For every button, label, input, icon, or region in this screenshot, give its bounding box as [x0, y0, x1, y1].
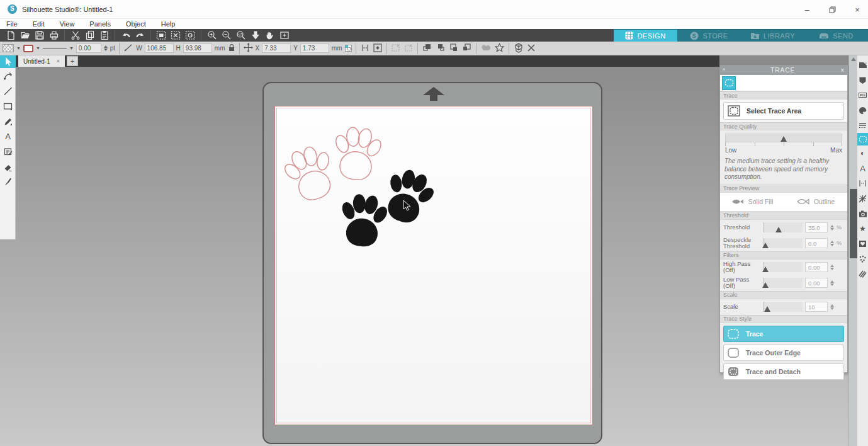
despeckle-slider[interactable] [764, 238, 803, 248]
copy-icon[interactable] [82, 30, 97, 41]
undo-icon[interactable] [118, 30, 133, 41]
menu-object[interactable]: Object [118, 20, 154, 28]
new-tab-button[interactable]: + [67, 56, 78, 66]
align-center-icon[interactable] [360, 43, 370, 54]
x-input[interactable]: 7.33 [262, 43, 291, 53]
trace-quality-slider[interactable]: Low Max [720, 130, 847, 155]
rhinestone-icon[interactable] [857, 251, 868, 266]
paw-print-outline[interactable] [330, 125, 385, 182]
despeckle-stepper[interactable] [830, 241, 834, 246]
threshold-slider[interactable] [764, 222, 803, 232]
bring-to-front-icon[interactable] [422, 43, 432, 54]
pan-hand-icon[interactable] [262, 30, 277, 41]
bring-forward-icon[interactable] [435, 43, 446, 54]
menu-view[interactable]: View [52, 20, 82, 28]
point-edit-tool[interactable] [0, 68, 16, 83]
zoom-out-drag-icon[interactable] [248, 30, 262, 41]
open-file-icon[interactable] [18, 30, 32, 41]
clear-selection-icon[interactable] [169, 30, 183, 41]
line-tool[interactable] [0, 83, 16, 98]
trace-panel-icon[interactable] [857, 133, 868, 146]
fill-palette-icon[interactable] [857, 103, 868, 118]
line-weight-stepper[interactable] [104, 45, 108, 51]
high-pass-slider[interactable] [764, 262, 803, 272]
scrollbar-thumb[interactable] [850, 189, 857, 258]
close-button[interactable]: × [852, 4, 863, 15]
delete-x-icon[interactable] [527, 43, 536, 54]
outline-option[interactable]: Outline [784, 198, 847, 205]
scale-up-icon[interactable] [391, 43, 401, 54]
page-setup-icon[interactable] [857, 72, 868, 88]
despeckle-value[interactable]: 0.0 [805, 238, 828, 248]
zoom-selection-icon[interactable] [234, 30, 248, 41]
trace-style-trace-button[interactable]: Trace [723, 326, 844, 342]
width-input[interactable]: 106.85 [145, 43, 174, 53]
text-style-icon[interactable]: A [857, 161, 868, 176]
minimize-button[interactable]: – [801, 4, 813, 15]
position-reference-widget[interactable] [345, 45, 352, 52]
print-icon[interactable] [47, 30, 61, 41]
zoom-out-icon[interactable] [219, 30, 234, 41]
camera-icon[interactable] [857, 206, 868, 221]
zoom-in-icon[interactable] [205, 30, 219, 41]
trace-outer-edge-button[interactable]: Trace Outer Edge [723, 345, 844, 361]
trace-mode-button[interactable] [722, 76, 736, 90]
paste-special-icon[interactable] [183, 30, 198, 41]
draw-tool[interactable] [0, 113, 16, 129]
threshold-value[interactable]: 35.0 [805, 222, 828, 232]
restore-button[interactable] [826, 4, 838, 15]
low-pass-slider[interactable] [764, 278, 803, 288]
paw-print-solid[interactable] [376, 163, 441, 230]
select-trace-area-button[interactable]: Select Trace Area [723, 102, 844, 120]
paw-print-outline[interactable] [278, 140, 343, 207]
save-icon[interactable] [32, 30, 47, 41]
design-page[interactable] [274, 106, 593, 425]
low-pass-value[interactable]: 0.00 [805, 278, 828, 288]
send-to-back-icon[interactable] [461, 43, 472, 54]
sticker-icon[interactable] [857, 236, 868, 251]
hatch-fill-icon[interactable] [857, 266, 868, 282]
high-pass-value[interactable]: 0.00 [805, 262, 828, 272]
menu-panels[interactable]: Panels [82, 20, 118, 28]
scroll-up-icon[interactable] [851, 57, 856, 61]
weld-icon[interactable] [480, 43, 492, 53]
solid-fill-option[interactable]: Solid Fill [720, 198, 784, 205]
cut-icon[interactable] [68, 30, 82, 41]
note-tool[interactable] [0, 144, 16, 159]
scale-value[interactable]: 10 [805, 302, 828, 312]
fit-to-page-icon[interactable] [277, 30, 291, 41]
height-input[interactable]: 93.98 [183, 43, 212, 53]
canvas[interactable] [16, 67, 719, 446]
menu-help[interactable]: Help [154, 20, 183, 28]
stroke-swatch[interactable] [23, 45, 33, 52]
lock-icon[interactable] [228, 43, 235, 53]
panel-scrollbar[interactable] [848, 55, 857, 446]
tab-store[interactable]: S STORE [677, 30, 741, 42]
line-style-panel-icon[interactable] [857, 118, 868, 133]
scale-stepper[interactable] [830, 304, 834, 310]
select-tool[interactable] [0, 55, 16, 68]
new-document-icon[interactable] [3, 30, 18, 41]
modify-icon[interactable] [857, 191, 868, 206]
shade-icon[interactable]: ◐ [857, 146, 868, 161]
eraser-tool[interactable] [0, 159, 16, 174]
panel-close-icon[interactable]: × [840, 67, 844, 74]
tab-library[interactable]: LIBRARY [741, 30, 804, 42]
paste-icon[interactable] [97, 30, 111, 41]
knife-tool[interactable] [0, 174, 16, 189]
scale-slider[interactable] [764, 302, 803, 312]
group-3d-icon[interactable] [513, 43, 524, 54]
document-tab[interactable]: Untitled-1 × [18, 55, 65, 67]
document-panel-icon[interactable] [857, 57, 868, 72]
center-to-page-icon[interactable] [373, 43, 383, 54]
transform-icon[interactable] [857, 176, 868, 191]
scale-down-icon[interactable] [403, 43, 414, 54]
line-weight-input[interactable]: 0.00 [76, 43, 101, 53]
fill-swatch[interactable] [3, 44, 14, 52]
tab-send[interactable]: SEND [804, 30, 868, 42]
rectangle-tool[interactable] [0, 98, 16, 113]
menu-edit[interactable]: Edit [25, 20, 52, 28]
redo-icon[interactable] [133, 30, 147, 41]
trace-and-detach-button[interactable]: Trace and Detach [723, 363, 844, 380]
text-tool[interactable]: A [0, 129, 16, 144]
